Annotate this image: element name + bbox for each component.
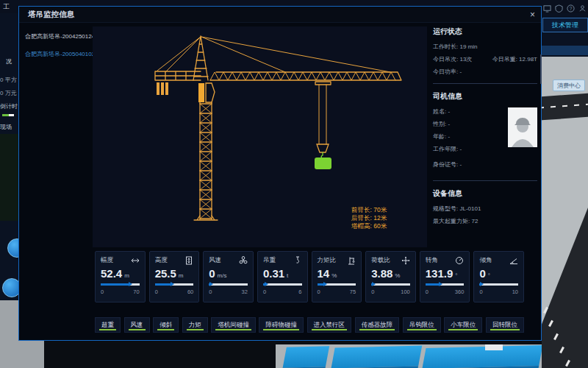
divider	[433, 180, 537, 181]
metric-card-load-ratio: 荷载比 3.88% 0100	[365, 251, 416, 302]
alarm-obstacle-collision-button[interactable]: 障碍物碰撞	[259, 317, 304, 333]
metric-slider[interactable]	[426, 283, 465, 286]
range-max: 70	[133, 289, 139, 295]
slider-fill	[101, 283, 129, 286]
metric-value: 0	[209, 267, 215, 280]
gauge-icon	[455, 256, 464, 265]
tower-height-label: 塔帽高: 60米	[351, 222, 387, 230]
tech-management-tab[interactable]: 技术管理	[542, 18, 588, 32]
alarm-label: 回转限位	[492, 321, 517, 328]
alarm-label: 倾斜	[159, 321, 172, 328]
hook-icon	[293, 256, 302, 265]
metric-card-tilt: 倾角 0° 010	[473, 251, 524, 302]
metric-label: 荷载比	[371, 256, 390, 265]
metric-card-wind: 风速 0m/s 032	[203, 251, 254, 302]
slider-fill	[371, 283, 373, 286]
driver-id: 身份证号: -	[433, 160, 462, 169]
screen: 工 ? 技术管理 消费中心 况 0 平方 0 万元 倒计时 现场	[0, 0, 588, 368]
driver-fields: 姓名: - 性别: - 年龄: - 工作年限: - 身份证号: -	[433, 107, 462, 173]
radius-icon	[131, 256, 140, 265]
crane-list-item-selected[interactable]: 合肥高新塔吊-2005040102	[25, 50, 93, 58]
metric-card-height: 高度 25.5m 060	[149, 251, 200, 302]
metric-slider[interactable]	[209, 283, 248, 286]
alarm-label: 塔机间碰撞	[218, 321, 249, 328]
alarm-button-row: 超重 风速 倾斜 力矩 塔机间碰撞 障碍物碰撞 进入禁行区 传感器故障 吊钩限位…	[95, 317, 524, 333]
metric-slider[interactable]	[263, 283, 302, 286]
alarm-sensor-fault-button[interactable]: 传感器故障	[355, 317, 400, 333]
alarm-wind-button[interactable]: 风速	[124, 317, 150, 333]
metric-label: 高度	[155, 256, 168, 265]
alarm-moment-button[interactable]: 力矩	[182, 317, 208, 333]
scene-blue-structure	[331, 345, 423, 368]
alarm-forbidden-zone-button[interactable]: 进入禁行区	[307, 317, 352, 333]
scene-blue-structure	[282, 346, 329, 368]
metric-unit: °	[455, 272, 457, 279]
monitor-icon[interactable]	[543, 2, 551, 15]
metric-label: 吊重	[263, 256, 276, 265]
driver-photo-placeholder	[508, 107, 537, 147]
crane-dimension-labels: 前臂长: 70米 后臂长: 12米 塔帽高: 60米	[351, 206, 387, 230]
metric-label: 幅度	[101, 256, 113, 265]
shield-icon[interactable]	[555, 2, 563, 15]
left-fragment: 况	[6, 57, 12, 66]
alarm-crane-collision-button[interactable]: 塔机间碰撞	[211, 317, 256, 333]
scene-blue-structure	[422, 345, 542, 368]
today-power: 今日功率: -	[433, 68, 537, 76]
metric-value: 131.9	[426, 267, 453, 280]
alarm-trolley-limit-button[interactable]: 小车限位	[444, 317, 482, 333]
metric-slider[interactable]	[101, 283, 140, 286]
metric-unit: m/s	[218, 272, 227, 279]
scene-water-strip	[542, 46, 588, 55]
range-min: 0	[371, 289, 374, 295]
metric-slider[interactable]	[371, 283, 410, 286]
work-time: 工作时长: 19 min	[433, 43, 537, 51]
range-min: 0	[263, 289, 266, 295]
top-right-icon-row: ?	[543, 2, 587, 15]
alarm-status-indicator	[312, 329, 348, 330]
metric-card-rotation: 转角 131.9° 0360	[420, 251, 470, 302]
alarm-label: 风速	[131, 321, 143, 328]
alarm-status-indicator	[448, 329, 478, 330]
metric-unit: t	[287, 272, 288, 279]
metric-value: 3.88	[371, 267, 392, 280]
metric-unit: m	[124, 272, 129, 279]
slider-fill	[479, 283, 481, 286]
help-icon[interactable]: ?	[567, 2, 575, 15]
alarm-status-indicator	[263, 329, 299, 330]
alarm-slewing-limit-button[interactable]: 回转限位	[486, 317, 524, 333]
tower-crane-monitor-dialog: 塔吊监控信息 × 合肥高新塔吊-2004250124 合肥高新塔吊-200504…	[18, 6, 542, 341]
range-min: 0	[209, 289, 212, 295]
worker-avatar-icon	[508, 107, 537, 147]
alarm-label: 超重	[101, 321, 114, 328]
alarm-hook-limit-button[interactable]: 吊钩限位	[403, 317, 441, 333]
scene-road-horizontal	[542, 93, 588, 121]
road-dash-line	[542, 103, 588, 108]
run-status-title: 运行状态	[433, 26, 537, 37]
scene-center-button[interactable]: 消费中心	[553, 79, 585, 91]
dialog-titlebar: 塔吊监控信息 ×	[19, 7, 541, 23]
user-icon[interactable]	[578, 2, 587, 15]
alarm-overweight-button[interactable]: 超重	[95, 317, 121, 333]
svg-text:?: ?	[570, 6, 573, 11]
range-max: 32	[242, 289, 248, 295]
metric-slider[interactable]	[479, 283, 518, 286]
metric-value: 14	[318, 267, 330, 280]
metric-card-load: 吊重 0.31t 06	[257, 251, 308, 302]
slider-fill	[263, 283, 265, 286]
metric-value: 0	[479, 267, 485, 280]
range-min: 0	[318, 289, 320, 295]
panel-scrollbar[interactable]	[540, 54, 542, 84]
close-icon[interactable]: ×	[530, 9, 535, 21]
metrics-row: 幅度 52.4m 070 高度 25.5m 060 风速	[95, 251, 524, 302]
slider-fill	[426, 283, 440, 286]
crane-list-item[interactable]: 合肥高新塔吊-2004250124	[25, 32, 93, 40]
metric-value: 0.31	[263, 267, 284, 280]
metric-slider[interactable]	[155, 283, 194, 286]
metric-slider[interactable]	[318, 283, 356, 286]
alarm-status-indicator	[359, 329, 395, 330]
metric-card-moment: 力矩比 14% 075	[312, 251, 362, 302]
slider-fill	[155, 283, 172, 286]
today-weight: 今日吊重: 12.98T	[492, 55, 537, 63]
range-min: 0	[479, 289, 482, 295]
alarm-tilt-button[interactable]: 倾斜	[153, 317, 179, 333]
